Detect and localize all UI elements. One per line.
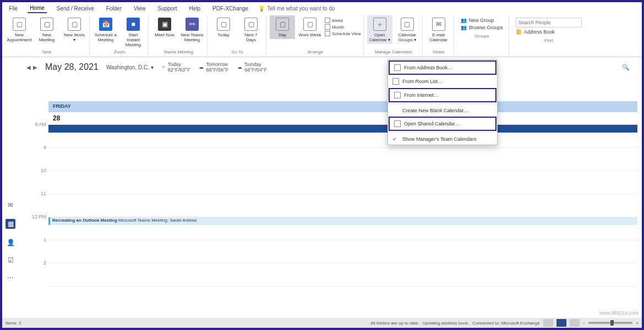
email-calendar-button[interactable]: ✉ E-mail Calendar [426,15,451,44]
view-reading-button[interactable] [556,319,566,327]
time-row-11[interactable]: 11 [48,194,637,217]
new-items-button[interactable]: ▢ New Items ▾ [62,15,87,44]
month-button[interactable]: Month [325,24,361,30]
tab-help[interactable]: Help [187,4,203,13]
date-nav: ◀ ▶ [26,64,37,70]
schedule-meeting-button[interactable]: 📅 Schedule a Meeting [93,15,118,44]
calendar-event[interactable]: Recreating an Outlook Meeting Microsoft … [48,217,637,225]
menu-create-blank[interactable]: Create New Blank Calendar… [388,105,497,116]
location-selector[interactable]: Washington, D.C. ▾ [106,64,154,70]
email-icon: ✉ [432,18,445,31]
group-label-groups: Groups [474,32,489,40]
next-day-button[interactable]: ▶ [33,64,37,70]
globe-icon [394,92,401,98]
zoom-in-button[interactable]: + [636,321,638,326]
view-normal-button[interactable] [543,319,553,327]
time-row-10[interactable]: 10 [48,171,637,194]
week-mini-icon [325,18,330,23]
zoom-schedule-icon: 📅 [99,18,112,31]
time-row-2[interactable]: 2 [48,263,637,287]
tab-folder[interactable]: Folder [104,4,124,13]
new-group-button[interactable]: 👥New Group [461,18,503,23]
time-row-1[interactable]: 1 [48,240,637,263]
rail-calendar-icon[interactable]: ▦ [6,219,15,229]
watermark: www.989214.com [599,310,638,316]
open-calendar-button[interactable]: ＋ Open Calendar ▾ [367,15,392,44]
zoom-out-button[interactable]: − [583,321,586,326]
menu-from-address-book[interactable]: From Address Book… [389,61,496,75]
new-appointment-button[interactable]: ▢ New Appointment [7,15,32,44]
week-icon: ▢ [244,18,258,31]
schedule-view-button[interactable]: Schedule View [325,31,361,36]
busy-event[interactable] [48,125,637,133]
zoom-thumb[interactable] [610,320,614,326]
rail-more-icon[interactable]: ⋯ [7,274,14,282]
time-row-8[interactable]: 8 AM [48,125,637,148]
sun-icon: ☀ [161,64,166,70]
menu-from-room-list[interactable]: From Room List… [388,75,497,87]
tell-me-text: Tell me what you want to do [267,6,335,12]
group-manage: ＋ Open Calendar ▾ ▢ Calendar Groups ▾ Ma… [365,15,423,56]
tab-view[interactable]: View [132,4,148,13]
tab-home[interactable]: Home [28,4,47,13]
tell-me[interactable]: 💡 Tell me what you want to do [258,6,335,12]
group-label-zoom: Zoom [114,48,125,56]
status-updating: Updating address book. [423,321,470,326]
group-label-share: Share [433,48,444,56]
tab-send-receive[interactable]: Send / Receive [54,4,96,13]
menu-open-shared[interactable]: Open Shared Calendar… [389,117,496,131]
book-icon: 📒 [516,29,522,35]
group-zoom: 📅 Schedule a Meeting ■ Start Instant Mee… [91,15,149,56]
ribbon-tabs: File Home Send / Receive Folder View Sup… [2,2,642,14]
calendar-grid: FRIDAY 28 8 AM 9 10 11 12 PM Recreating … [48,101,637,315]
address-book-button[interactable]: 📒Address Book [516,29,582,35]
tab-pdf-xchange[interactable]: PDF-XChange [210,4,250,13]
menu-show-managers[interactable]: Show Manager's Team Calendars [388,134,497,145]
weather-today[interactable]: ☀ Today82°F/63°F [161,62,190,73]
work-week-button[interactable]: ▢ Work Week [297,15,323,39]
rail-mail-icon[interactable]: ✉ [8,201,13,209]
group-goto: ▢ Today ▢ Next 7 Days Go To [209,15,266,56]
browse-icon: 👥 [461,25,467,30]
next7-button[interactable]: ▢ Next 7 Days [238,15,264,44]
time-row-9[interactable]: 9 [48,148,637,171]
weather-tomorrow[interactable]: ☁ Tomorrow68°F/56°F [199,62,228,73]
view-compact-button[interactable] [570,319,580,327]
group-label-arrange: Arrange [308,48,323,56]
prev-day-button[interactable]: ◀ [26,64,31,70]
menu-separator [388,103,497,104]
status-connected: Connected to: Microsoft Exchange [472,321,539,326]
date-bar: ◀ ▶ May 28, 2021 Washington, D.C. ▾ ☀ To… [18,57,642,77]
weather-sunday[interactable]: ☁ Sunday68°F/54°F [237,62,267,73]
calendar-groups-button[interactable]: ▢ Calendar Groups ▾ [395,15,420,44]
tab-support[interactable]: Support [156,4,179,13]
status-items: Items: 2 [6,321,21,326]
zoom-slider[interactable] [588,322,632,324]
day-button[interactable]: ▢ Day [270,15,295,39]
month-mini-icon [325,24,330,30]
current-date[interactable]: May 28, 2021 [45,62,99,72]
meeting-icon: ▢ [40,18,53,31]
tab-file[interactable]: File [7,4,20,13]
menu-from-internet[interactable]: From Internet… [389,88,496,102]
new-teams-meeting-button[interactable]: ⚯ New Teams Meeting [179,15,205,44]
calendar-search-icon[interactable]: 🔍 [619,61,633,73]
time-row-12[interactable]: 12 PM Recreating an Outlook Meeting Micr… [48,217,637,240]
schedule-mini-icon [325,31,330,36]
new-meeting-button[interactable]: ▢ New Meeting [34,15,59,44]
browse-groups-button[interactable]: 👥Browse Groups [461,25,503,30]
start-instant-button[interactable]: ■ Start Instant Meeting [121,15,146,48]
group-share: ✉ E-mail Calendar Share [424,15,454,56]
rail-people-icon[interactable]: 👤 [7,239,15,246]
status-folders: All folders are up to date. [370,321,419,326]
people-icon: 👥 [461,18,467,23]
lightbulb-icon: 💡 [258,6,265,12]
camera-icon: ▣ [158,18,171,31]
meet-now-button[interactable]: ▣ Meet Now [152,15,177,39]
navigation-rail: ✉ ▦ 👤 ☑ ⋯ [4,69,17,315]
time-grid[interactable]: 8 AM 9 10 11 12 PM Recreating an Outlook… [48,124,637,287]
today-button[interactable]: ▢ Today [211,15,236,39]
search-people-input[interactable] [516,18,582,28]
rail-tasks-icon[interactable]: ☑ [8,256,14,264]
week-button[interactable]: Week [325,18,361,23]
